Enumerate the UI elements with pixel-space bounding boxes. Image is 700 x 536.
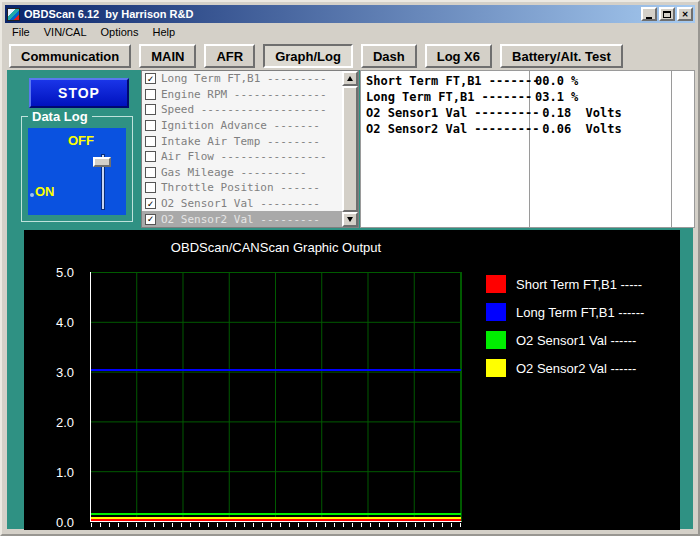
legend-swatch (486, 303, 506, 321)
reading-value: 03.1 % (535, 90, 671, 106)
reading-label: O2 Sensor2 Val --------- (366, 122, 529, 138)
tab-main[interactable]: MAIN (139, 44, 196, 68)
slider-thumb[interactable] (93, 157, 111, 167)
y-axis-labels: 5.0 4.0 3.0 2.0 1.0 0.0 (24, 272, 82, 522)
series-line (91, 513, 461, 515)
pid-label: Air Flow ---------------- (161, 150, 327, 163)
menu-help[interactable]: Help (145, 24, 182, 40)
x-axis-ticks (91, 523, 463, 527)
legend-swatch (486, 275, 506, 293)
menu-file[interactable]: File (5, 24, 37, 40)
pid-row-gas-mileage[interactable]: ✓ Gas Mileage ---------- (142, 165, 342, 181)
pid-label: O2 Sensor2 Val --------- (161, 213, 320, 226)
pid-list: ✓ Long Term FT,B1 --------- ✓ Engine RPM… (141, 70, 359, 228)
checkbox[interactable]: ✓ (145, 214, 156, 225)
series-line (91, 369, 461, 371)
checkbox[interactable]: ✓ (145, 120, 156, 131)
legend-label: Long Term FT,B1 ------ (516, 305, 644, 320)
minimize-icon (646, 17, 652, 19)
legend-item: Long Term FT,B1 ------ (486, 298, 644, 326)
check-icon: ✓ (147, 74, 153, 84)
graph-panel: OBDScan/CANScan Graphic Output 5.0 4.0 3… (24, 230, 680, 530)
pid-row-speed[interactable]: ✓ Speed ------------------- (142, 102, 342, 118)
graph-title: OBDScan/CANScan Graphic Output (84, 240, 468, 255)
maximize-icon (663, 11, 671, 18)
pid-label: Engine RPM -------------- (161, 88, 327, 101)
readings-panel: Short Term FT,B1 ------- Long Term FT,B1… (360, 70, 695, 228)
maximize-button[interactable] (659, 7, 675, 21)
check-icon: ✓ (147, 199, 153, 209)
checkbox[interactable]: ✓ (145, 104, 156, 115)
minimize-button[interactable] (641, 7, 657, 21)
tab-communication[interactable]: Communication (9, 44, 131, 68)
readings-values: 00.0 % 03.1 % 0.18 Volts 0.06 Volts (530, 71, 672, 227)
checkbox[interactable]: ✓ (145, 182, 156, 193)
window-title: OBDScan 6.12 by Harrison R&D (24, 8, 641, 20)
scroll-up-button[interactable] (342, 71, 358, 86)
checkbox[interactable]: ✓ (145, 73, 156, 84)
pid-row-o2-sensor1-val[interactable]: ✓ O2 Sensor1 Val --------- (142, 196, 342, 212)
legend-label: O2 Sensor1 Val ------ (516, 333, 636, 348)
pid-row-air-flow[interactable]: ✓ Air Flow ---------------- (142, 149, 342, 165)
reading-value: 0.18 Volts (535, 106, 671, 122)
pid-row-intake-air-temp[interactable]: ✓ Intake Air Temp -------- (142, 133, 342, 149)
checkbox[interactable]: ✓ (145, 151, 156, 162)
pid-row-o2-sensor2-val[interactable]: ✓ O2 Sensor2 Val --------- (142, 211, 342, 227)
pid-label: Speed ------------------- (161, 103, 327, 116)
pid-label: Intake Air Temp -------- (161, 135, 320, 148)
tab-graph-log[interactable]: Graph/Log (263, 44, 353, 68)
pid-label: Long Term FT,B1 --------- (161, 72, 327, 85)
pid-label: O2 Sensor1 Val --------- (161, 197, 320, 210)
pid-row-ignition-advance[interactable]: ✓ Ignition Advance ------- (142, 118, 342, 134)
reading-label: Long Term FT,B1 ------- (366, 90, 529, 106)
legend-item: O2 Sensor1 Val ------ (486, 326, 644, 354)
pid-row-long-term-ft-b1[interactable]: ✓ Long Term FT,B1 --------- (142, 71, 342, 87)
legend-label: O2 Sensor2 Val ------ (516, 361, 636, 376)
y-tick-label: 1.0 (56, 465, 74, 480)
series-line (91, 519, 461, 521)
readings-labels: Short Term FT,B1 ------- Long Term FT,B1… (361, 71, 530, 227)
checkbox[interactable]: ✓ (145, 89, 156, 100)
datalog-panel: OFF ON (28, 128, 126, 215)
checkbox[interactable]: ✓ (145, 198, 156, 209)
datalog-slider[interactable] (92, 154, 112, 210)
main-content: STOP Data Log OFF ON ✓ Long Term FT,B1 -… (7, 70, 693, 529)
tab-dash[interactable]: Dash (361, 44, 417, 68)
reading-value: 00.0 % (535, 74, 671, 90)
close-button[interactable]: ✕ (677, 7, 693, 21)
legend-swatch (486, 359, 506, 377)
pid-row-engine-rpm[interactable]: ✓ Engine RPM -------------- (142, 87, 342, 103)
readings-spacer (672, 71, 694, 227)
legend-item: Short Term FT,B1 ----- (486, 270, 644, 298)
scroll-down-button[interactable] (342, 212, 358, 227)
pid-label: Ignition Advance ------- (161, 119, 320, 132)
arrow-up-icon (347, 76, 353, 81)
tab-afr[interactable]: AFR (204, 44, 255, 68)
checkbox[interactable]: ✓ (145, 167, 156, 178)
pid-label: Throttle Position ------ (161, 181, 320, 194)
y-tick-label: 0.0 (56, 515, 74, 530)
pid-row-throttle-position[interactable]: ✓ Throttle Position ------ (142, 180, 342, 196)
arrow-down-icon (347, 217, 353, 222)
stop-button[interactable]: STOP (29, 78, 129, 108)
app-window: OBDScan 6.12 by Harrison R&D ✕ File VIN/… (0, 0, 700, 536)
menu-bar: File VIN/CAL Options Help (5, 23, 695, 41)
title-bar[interactable]: OBDScan 6.12 by Harrison R&D ✕ (5, 5, 695, 23)
menu-options[interactable]: Options (94, 24, 146, 40)
tab-battery-alt-test[interactable]: Battery/Alt. Test (500, 44, 623, 68)
legend-item: O2 Sensor2 Val ------ (486, 354, 644, 382)
reading-label: Short Term FT,B1 ------- (366, 74, 529, 90)
scroll-thumb[interactable] (342, 86, 358, 212)
checkbox[interactable]: ✓ (145, 136, 156, 147)
datalog-on-label: ON (35, 184, 55, 199)
datalog-group-label: Data Log (28, 109, 92, 124)
legend-swatch (486, 331, 506, 349)
menu-vin-cal[interactable]: VIN/CAL (37, 24, 94, 40)
legend-label: Short Term FT,B1 ----- (516, 277, 642, 292)
window-controls: ✕ (641, 7, 693, 21)
tab-log-x6[interactable]: Log X6 (425, 44, 492, 68)
slider-tick-dot (30, 193, 34, 197)
pid-list-scrollbar[interactable] (342, 71, 358, 227)
graph-legend: Short Term FT,B1 ----- Long Term FT,B1 -… (486, 270, 644, 382)
datalog-group: Data Log OFF ON (21, 116, 133, 222)
